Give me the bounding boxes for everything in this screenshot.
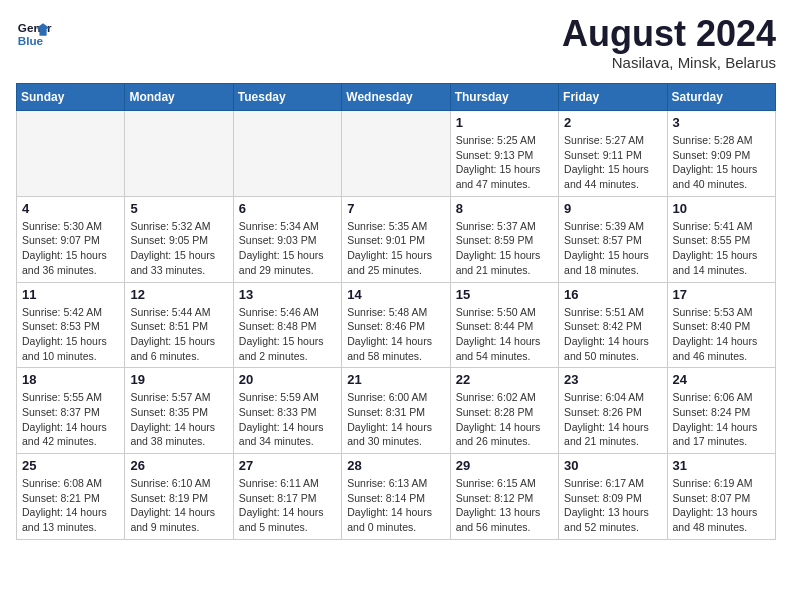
day-number: 3: [673, 115, 770, 130]
calendar-week-row: 25Sunrise: 6:08 AM Sunset: 8:21 PM Dayli…: [17, 454, 776, 540]
calendar-cell: 24Sunrise: 6:06 AM Sunset: 8:24 PM Dayli…: [667, 368, 775, 454]
day-number: 4: [22, 201, 119, 216]
day-info: Sunrise: 6:17 AM Sunset: 8:09 PM Dayligh…: [564, 476, 661, 535]
day-number: 10: [673, 201, 770, 216]
day-info: Sunrise: 5:51 AM Sunset: 8:42 PM Dayligh…: [564, 305, 661, 364]
day-number: 12: [130, 287, 227, 302]
weekday-header-monday: Monday: [125, 84, 233, 111]
logo-icon: General Blue: [16, 16, 52, 52]
day-info: Sunrise: 5:27 AM Sunset: 9:11 PM Dayligh…: [564, 133, 661, 192]
day-info: Sunrise: 6:15 AM Sunset: 8:12 PM Dayligh…: [456, 476, 553, 535]
calendar-cell: 15Sunrise: 5:50 AM Sunset: 8:44 PM Dayli…: [450, 282, 558, 368]
calendar-cell: [17, 111, 125, 197]
calendar-cell: 18Sunrise: 5:55 AM Sunset: 8:37 PM Dayli…: [17, 368, 125, 454]
day-number: 6: [239, 201, 336, 216]
day-number: 13: [239, 287, 336, 302]
calendar-cell: 1Sunrise: 5:25 AM Sunset: 9:13 PM Daylig…: [450, 111, 558, 197]
calendar-cell: 28Sunrise: 6:13 AM Sunset: 8:14 PM Dayli…: [342, 454, 450, 540]
calendar-cell: 17Sunrise: 5:53 AM Sunset: 8:40 PM Dayli…: [667, 282, 775, 368]
calendar-cell: 9Sunrise: 5:39 AM Sunset: 8:57 PM Daylig…: [559, 196, 667, 282]
calendar-cell: 7Sunrise: 5:35 AM Sunset: 9:01 PM Daylig…: [342, 196, 450, 282]
weekday-header-friday: Friday: [559, 84, 667, 111]
day-info: Sunrise: 5:42 AM Sunset: 8:53 PM Dayligh…: [22, 305, 119, 364]
day-info: Sunrise: 5:32 AM Sunset: 9:05 PM Dayligh…: [130, 219, 227, 278]
day-number: 30: [564, 458, 661, 473]
day-number: 14: [347, 287, 444, 302]
calendar-cell: 8Sunrise: 5:37 AM Sunset: 8:59 PM Daylig…: [450, 196, 558, 282]
calendar-week-row: 1Sunrise: 5:25 AM Sunset: 9:13 PM Daylig…: [17, 111, 776, 197]
calendar-cell: 2Sunrise: 5:27 AM Sunset: 9:11 PM Daylig…: [559, 111, 667, 197]
day-number: 27: [239, 458, 336, 473]
calendar-cell: 10Sunrise: 5:41 AM Sunset: 8:55 PM Dayli…: [667, 196, 775, 282]
day-info: Sunrise: 6:04 AM Sunset: 8:26 PM Dayligh…: [564, 390, 661, 449]
day-info: Sunrise: 5:35 AM Sunset: 9:01 PM Dayligh…: [347, 219, 444, 278]
calendar-cell: 13Sunrise: 5:46 AM Sunset: 8:48 PM Dayli…: [233, 282, 341, 368]
title-block: August 2024 Nasilava, Minsk, Belarus: [562, 16, 776, 71]
month-title: August 2024: [562, 16, 776, 52]
day-info: Sunrise: 5:44 AM Sunset: 8:51 PM Dayligh…: [130, 305, 227, 364]
calendar-cell: 25Sunrise: 6:08 AM Sunset: 8:21 PM Dayli…: [17, 454, 125, 540]
day-info: Sunrise: 5:55 AM Sunset: 8:37 PM Dayligh…: [22, 390, 119, 449]
weekday-header-tuesday: Tuesday: [233, 84, 341, 111]
day-number: 20: [239, 372, 336, 387]
day-number: 25: [22, 458, 119, 473]
calendar-week-row: 18Sunrise: 5:55 AM Sunset: 8:37 PM Dayli…: [17, 368, 776, 454]
day-info: Sunrise: 6:11 AM Sunset: 8:17 PM Dayligh…: [239, 476, 336, 535]
calendar-cell: 16Sunrise: 5:51 AM Sunset: 8:42 PM Dayli…: [559, 282, 667, 368]
calendar-table: SundayMondayTuesdayWednesdayThursdayFrid…: [16, 83, 776, 540]
calendar-cell: 14Sunrise: 5:48 AM Sunset: 8:46 PM Dayli…: [342, 282, 450, 368]
day-info: Sunrise: 5:46 AM Sunset: 8:48 PM Dayligh…: [239, 305, 336, 364]
day-info: Sunrise: 5:37 AM Sunset: 8:59 PM Dayligh…: [456, 219, 553, 278]
day-number: 16: [564, 287, 661, 302]
calendar-cell: 27Sunrise: 6:11 AM Sunset: 8:17 PM Dayli…: [233, 454, 341, 540]
logo: General Blue: [16, 16, 52, 52]
calendar-cell: 20Sunrise: 5:59 AM Sunset: 8:33 PM Dayli…: [233, 368, 341, 454]
day-info: Sunrise: 5:48 AM Sunset: 8:46 PM Dayligh…: [347, 305, 444, 364]
calendar-week-row: 4Sunrise: 5:30 AM Sunset: 9:07 PM Daylig…: [17, 196, 776, 282]
calendar-cell: 26Sunrise: 6:10 AM Sunset: 8:19 PM Dayli…: [125, 454, 233, 540]
calendar-cell: 11Sunrise: 5:42 AM Sunset: 8:53 PM Dayli…: [17, 282, 125, 368]
calendar-cell: 30Sunrise: 6:17 AM Sunset: 8:09 PM Dayli…: [559, 454, 667, 540]
day-number: 21: [347, 372, 444, 387]
day-info: Sunrise: 6:00 AM Sunset: 8:31 PM Dayligh…: [347, 390, 444, 449]
day-number: 15: [456, 287, 553, 302]
day-number: 18: [22, 372, 119, 387]
calendar-cell: 3Sunrise: 5:28 AM Sunset: 9:09 PM Daylig…: [667, 111, 775, 197]
day-number: 8: [456, 201, 553, 216]
calendar-cell: [125, 111, 233, 197]
calendar-cell: 5Sunrise: 5:32 AM Sunset: 9:05 PM Daylig…: [125, 196, 233, 282]
calendar-cell: 6Sunrise: 5:34 AM Sunset: 9:03 PM Daylig…: [233, 196, 341, 282]
calendar-cell: 12Sunrise: 5:44 AM Sunset: 8:51 PM Dayli…: [125, 282, 233, 368]
day-info: Sunrise: 5:41 AM Sunset: 8:55 PM Dayligh…: [673, 219, 770, 278]
day-info: Sunrise: 5:25 AM Sunset: 9:13 PM Dayligh…: [456, 133, 553, 192]
day-number: 7: [347, 201, 444, 216]
day-number: 23: [564, 372, 661, 387]
calendar-cell: 22Sunrise: 6:02 AM Sunset: 8:28 PM Dayli…: [450, 368, 558, 454]
calendar-cell: [342, 111, 450, 197]
day-number: 9: [564, 201, 661, 216]
day-number: 1: [456, 115, 553, 130]
calendar-cell: [233, 111, 341, 197]
weekday-header-wednesday: Wednesday: [342, 84, 450, 111]
day-number: 26: [130, 458, 227, 473]
day-info: Sunrise: 5:57 AM Sunset: 8:35 PM Dayligh…: [130, 390, 227, 449]
day-info: Sunrise: 6:06 AM Sunset: 8:24 PM Dayligh…: [673, 390, 770, 449]
day-number: 28: [347, 458, 444, 473]
day-info: Sunrise: 5:34 AM Sunset: 9:03 PM Dayligh…: [239, 219, 336, 278]
day-info: Sunrise: 6:02 AM Sunset: 8:28 PM Dayligh…: [456, 390, 553, 449]
day-info: Sunrise: 5:28 AM Sunset: 9:09 PM Dayligh…: [673, 133, 770, 192]
day-number: 19: [130, 372, 227, 387]
calendar-cell: 21Sunrise: 6:00 AM Sunset: 8:31 PM Dayli…: [342, 368, 450, 454]
weekday-header-sunday: Sunday: [17, 84, 125, 111]
page-header: General Blue August 2024 Nasilava, Minsk…: [16, 16, 776, 71]
day-number: 22: [456, 372, 553, 387]
day-number: 24: [673, 372, 770, 387]
calendar-cell: 23Sunrise: 6:04 AM Sunset: 8:26 PM Dayli…: [559, 368, 667, 454]
weekday-header-saturday: Saturday: [667, 84, 775, 111]
calendar-week-row: 11Sunrise: 5:42 AM Sunset: 8:53 PM Dayli…: [17, 282, 776, 368]
day-info: Sunrise: 6:19 AM Sunset: 8:07 PM Dayligh…: [673, 476, 770, 535]
location: Nasilava, Minsk, Belarus: [562, 54, 776, 71]
day-info: Sunrise: 5:39 AM Sunset: 8:57 PM Dayligh…: [564, 219, 661, 278]
weekday-header-thursday: Thursday: [450, 84, 558, 111]
day-number: 29: [456, 458, 553, 473]
